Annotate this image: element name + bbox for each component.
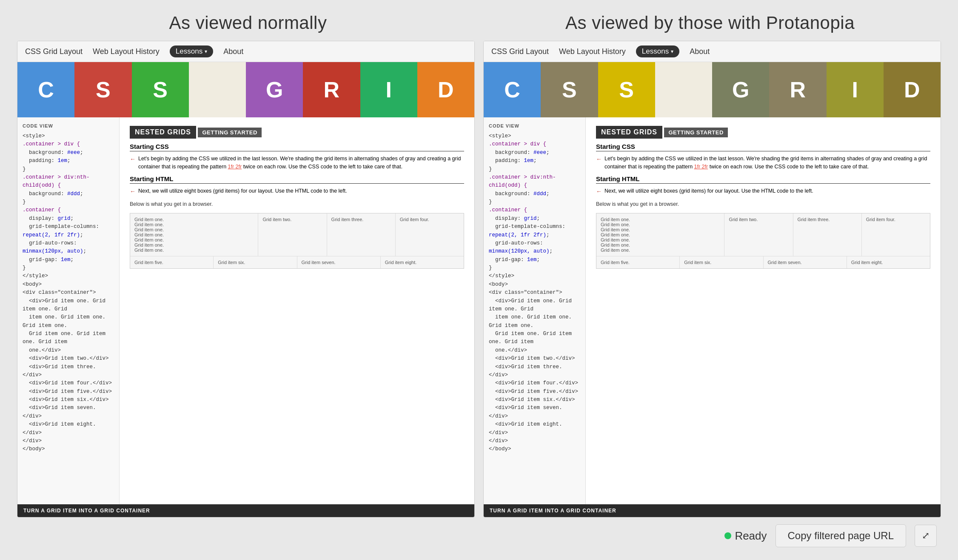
- grid-cell-three: Grid item three.: [327, 213, 396, 256]
- proto-nav-link-css-grid[interactable]: CSS Grid Layout: [491, 47, 549, 56]
- ready-dot-icon: [724, 532, 731, 539]
- proto-lesson-title-css: Starting CSS: [596, 143, 930, 151]
- normal-lesson-content: NESTED GRIDS GETTING STARTED Starting CS…: [120, 117, 474, 504]
- nav-link-about[interactable]: About: [223, 47, 243, 56]
- proto-code-line: }: [489, 198, 580, 206]
- normal-nav-bar: CSS Grid Layout Web Layout History Lesso…: [17, 41, 474, 62]
- code-line: display: grid;: [23, 215, 114, 223]
- proto-code-line: .container {: [489, 206, 580, 214]
- proto-lesson-content: NESTED GRIDS GETTING STARTED Starting CS…: [586, 117, 941, 504]
- color-cell-r: R: [303, 62, 360, 117]
- proto-grid-cell-seven: Grid item seven.: [764, 256, 847, 268]
- proto-code-line: <div>Grid item one. Grid item one. Grid: [489, 297, 580, 314]
- normal-bottom-bar: TURN A GRID ITEM INTO A GRID CONTAINER: [17, 504, 474, 517]
- proto-lessons-dropdown-btn[interactable]: Lessons ▾: [636, 45, 679, 57]
- proto-arrow-icon-2: ←: [596, 187, 602, 196]
- proto-nav-link-history[interactable]: Web Layout History: [559, 47, 626, 56]
- grid-cell-one: Grid item one.Grid item one.Grid item on…: [130, 213, 258, 256]
- lesson-text-html: ← Next, we will utilize eight boxes (gri…: [130, 187, 464, 196]
- proto-code-line: }: [489, 165, 580, 173]
- main-container: As viewed normally As viewed by those wi…: [17, 13, 941, 551]
- lesson-title-html: Starting HTML: [130, 175, 464, 184]
- code-line: <div>Grid item seven.</div>: [23, 404, 114, 421]
- proto-code-line: <body>: [489, 281, 580, 289]
- proto-color-cell-r: R: [769, 62, 826, 117]
- proto-code-line: }: [489, 264, 580, 272]
- normal-color-bar: C S S G R I D: [17, 62, 474, 117]
- proto-grid-cell-eight: Grid item eight.: [847, 256, 930, 268]
- sub-section-title: GETTING STARTED: [198, 128, 261, 137]
- grid-row-1: Grid item one.Grid item one.Grid item on…: [130, 213, 464, 256]
- proto-grid-cell-three: Grid item three.: [793, 213, 862, 256]
- proto-code-line: <div>Grid item seven.</div>: [489, 404, 580, 421]
- proto-code-view-title: CODE VIEW: [489, 122, 580, 130]
- proto-color-cell-i: I: [827, 62, 884, 117]
- dropdown-arrow-icon: ▾: [205, 48, 207, 54]
- code-line: <div>Grid item one. Grid item one. Grid: [23, 297, 114, 314]
- code-line: }: [23, 264, 114, 272]
- grid-cell-five: Grid item five.: [130, 256, 214, 268]
- proto-grid-cell-two: Grid item two.: [724, 213, 793, 256]
- code-line: background: #eee;: [23, 149, 114, 157]
- proto-color-cell-s2: S: [598, 62, 655, 117]
- normal-panel: CSS Grid Layout Web Layout History Lesso…: [17, 41, 475, 517]
- proto-grid-row-1: Grid item one.Grid item one.Grid item on…: [596, 213, 930, 256]
- expand-icon: ⤢: [922, 530, 929, 541]
- color-cell-s2: S: [132, 62, 189, 117]
- lessons-dropdown-btn[interactable]: Lessons ▾: [170, 45, 213, 57]
- proto-code-line: <div>Grid item four.</div>: [489, 379, 580, 387]
- proto-grid-cell-one: Grid item one.Grid item one.Grid item on…: [596, 213, 724, 256]
- proto-color-cell-d: D: [884, 62, 941, 117]
- proto-nav-link-about[interactable]: About: [690, 47, 710, 56]
- proto-color-cell-g: G: [712, 62, 769, 117]
- proto-lesson-text-html-content: Next, we will utilize eight boxes (grid …: [604, 187, 813, 196]
- normal-content-area: CODE VIEW <style> .container > div { bac…: [17, 117, 474, 504]
- proto-code-line: one.</div>: [489, 347, 580, 355]
- code-line: Grid item one. Grid item one. Grid item: [23, 330, 114, 347]
- nav-link-history[interactable]: Web Layout History: [93, 47, 160, 56]
- grid-cell-four: Grid item four.: [396, 213, 464, 256]
- proto-code-line: </div>: [489, 437, 580, 445]
- code-line: grid-template-columns: repeat(2, 1fr 2fr…: [23, 223, 114, 239]
- proto-panel: CSS Grid Layout Web Layout History Lesso…: [483, 41, 941, 517]
- proto-code-line: .container > div:nth-child(odd) {: [489, 173, 580, 190]
- proto-lesson-text-html: ← Next, we will utilize eight boxes (gri…: [596, 187, 930, 196]
- expand-button[interactable]: ⤢: [915, 525, 937, 547]
- code-line: <div>Grid item eight.</div>: [23, 421, 114, 437]
- proto-grid-cell-five: Grid item five.: [596, 256, 680, 268]
- proto-code-view: CODE VIEW <style> .container > div { bac…: [484, 117, 586, 504]
- grid-cell-six: Grid item six.: [214, 256, 297, 268]
- proto-browser-preview-label: Below is what you get in a browser.: [596, 200, 930, 208]
- lesson-title-css: Starting CSS: [130, 143, 464, 151]
- lesson-text-css: ← Let's begin by adding the CSS we utili…: [130, 155, 464, 171]
- proto-color-cell-s1: S: [541, 62, 598, 117]
- nav-link-css-grid[interactable]: CSS Grid Layout: [25, 47, 83, 56]
- color-cell-g: G: [246, 62, 303, 117]
- normal-title: As viewed normally: [169, 13, 327, 33]
- color-cell-blank: [189, 62, 246, 117]
- proto-grid-cell-six: Grid item six.: [680, 256, 763, 268]
- arrow-icon: ←: [130, 155, 136, 171]
- normal-code-view: CODE VIEW <style> .container > div { bac…: [17, 117, 120, 504]
- grid-demo: Grid item one.Grid item one.Grid item on…: [130, 213, 464, 269]
- grid-row-2: Grid item five. Grid item six. Grid item…: [130, 256, 464, 268]
- code-line: .container {: [23, 206, 114, 214]
- proto-code-line: <div>Grid item eight.</div>: [489, 421, 580, 437]
- header-protanopia: As viewed by those with Protanopia: [479, 13, 941, 33]
- copy-filtered-url-button[interactable]: Copy filtered page URL: [776, 524, 906, 547]
- proto-code-line: padding: 1em;: [489, 157, 580, 165]
- grid-cell-two: Grid item two.: [258, 213, 327, 256]
- footer: Ready Copy filtered page URL ⤢: [17, 517, 941, 551]
- proto-code-line: <div>Grid item two.</div>: [489, 355, 580, 363]
- code-line: <div>Grid item four.</div>: [23, 379, 114, 387]
- proto-content-area: CODE VIEW <style> .container > div { bac…: [484, 117, 941, 504]
- proto-code-line: display: grid;: [489, 215, 580, 223]
- proto-arrow-icon: ←: [596, 155, 602, 171]
- proto-lesson-title-html: Starting HTML: [596, 175, 930, 184]
- proto-color-bar: C S S G R I D: [484, 62, 941, 117]
- header-normal: As viewed normally: [17, 13, 479, 33]
- proto-code-line: grid-template-columns: repeat(2, 1fr 2fr…: [489, 223, 580, 239]
- proto-color-cell-c: C: [484, 62, 541, 117]
- proto-bottom-bar: TURN A GRID ITEM INTO A GRID CONTAINER: [484, 504, 941, 517]
- proto-code-line: grid-auto-rows: minmax(120px, auto);: [489, 239, 580, 256]
